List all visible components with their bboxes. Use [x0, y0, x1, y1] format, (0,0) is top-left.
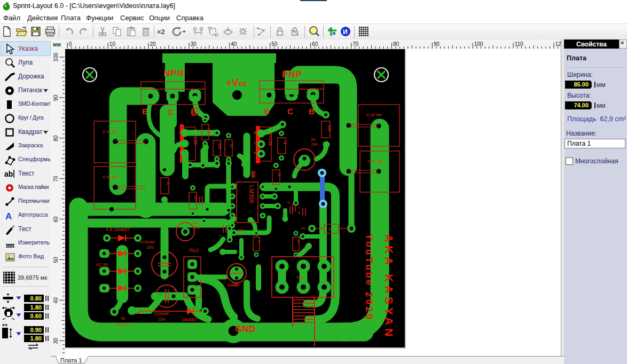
- svg-text:10n: 10n: [237, 228, 244, 232]
- svg-text:C: C: [253, 142, 257, 145]
- svg-text:1k: 1k: [257, 240, 261, 243]
- svg-text:C: C: [168, 107, 174, 116]
- svg-text:E: E: [178, 151, 183, 154]
- svg-text:1k: 1k: [230, 144, 233, 148]
- svg-text:110: 110: [515, 41, 523, 47]
- svg-text:+: +: [297, 205, 300, 210]
- svg-text:1k: 1k: [297, 240, 300, 243]
- svg-text:7812: 7812: [188, 248, 199, 253]
- svg-text:100: 100: [53, 52, 59, 61]
- svg-text:B: B: [253, 131, 257, 134]
- svg-text:70: 70: [53, 176, 59, 182]
- svg-text:1k: 1k: [283, 141, 287, 145]
- svg-text:AKA KASYAN: AKA KASYAN: [383, 234, 395, 339]
- svg-text:ab: ab: [4, 170, 13, 178]
- svg-text:70: 70: [352, 41, 359, 47]
- svg-text:100: 100: [474, 41, 483, 47]
- svg-text:+: +: [137, 309, 140, 315]
- svg-text:40: 40: [231, 41, 237, 47]
- svg-text:E: E: [253, 152, 257, 154]
- svg-text:C: C: [287, 107, 293, 116]
- svg-text:2k: 2k: [311, 137, 316, 142]
- svg-text:1k: 1k: [328, 227, 332, 231]
- svg-text:×2: ×2: [157, 28, 165, 36]
- svg-text:6k8: 6k8: [218, 144, 222, 149]
- svg-text:10R: 10R: [327, 125, 331, 132]
- svg-text:B: B: [191, 107, 197, 116]
- svg-text:35V: 35V: [146, 245, 154, 250]
- svg-text:1k: 1k: [166, 181, 170, 186]
- svg-text:+: +: [174, 287, 177, 293]
- svg-text:80: 80: [393, 41, 399, 47]
- svg-text:4 X 1N4007: 4 X 1N4007: [106, 227, 130, 232]
- svg-text:0 1R 5W: 0 1R 5W: [103, 175, 119, 179]
- svg-text:90: 90: [434, 41, 440, 47]
- svg-text:GND: GND: [235, 324, 255, 334]
- svg-text:30: 30: [190, 41, 197, 47]
- svg-text:90: 90: [53, 94, 59, 101]
- svg-text:E: E: [142, 107, 147, 116]
- svg-text:50: 50: [53, 257, 59, 263]
- svg-text:1N4007: 1N4007: [182, 317, 198, 322]
- svg-text:0: 0: [69, 41, 72, 47]
- svg-text:A: A: [5, 211, 12, 221]
- svg-text:2k: 2k: [193, 220, 198, 225]
- svg-text:DC42V: DC42V: [116, 322, 130, 327]
- svg-text:5: 5: [298, 211, 300, 215]
- svg-text:B: B: [309, 107, 315, 116]
- svg-text:5: 5: [287, 201, 289, 204]
- svg-text:10R: 10R: [207, 128, 210, 134]
- svg-text:1k: 1k: [277, 173, 281, 177]
- svg-text:+: +: [197, 207, 199, 211]
- svg-text:E: E: [264, 107, 270, 116]
- svg-text:10mkF: 10mkF: [227, 283, 240, 288]
- svg-text:AC IN: AC IN: [96, 262, 108, 267]
- svg-text:0 1R 5W: 0 1R 5W: [103, 129, 119, 134]
- svg-text:30: 30: [53, 338, 59, 344]
- svg-text:NPN: NPN: [163, 68, 184, 78]
- svg-text:+Vcc: +Vcc: [226, 77, 247, 88]
- svg-text:10: 10: [109, 41, 116, 47]
- svg-text:25V: 25V: [158, 317, 166, 322]
- svg-text:PNP: PNP: [282, 69, 302, 80]
- svg-text:470mkF: 470mkF: [140, 240, 155, 244]
- svg-text:50: 50: [271, 41, 278, 47]
- svg-text:LM358: LM358: [248, 185, 255, 203]
- svg-text:И: И: [343, 28, 348, 36]
- svg-text:0 1R 5W: 0 1R 5W: [366, 113, 382, 117]
- svg-text:YouTube 2020: YouTube 2020: [364, 234, 374, 321]
- svg-text:0 1R 5W: 0 1R 5W: [367, 159, 383, 164]
- svg-text:2W: 2W: [193, 225, 200, 230]
- svg-text:60: 60: [53, 216, 59, 223]
- svg-text:4,7k: 4,7k: [296, 275, 304, 279]
- svg-text:220mkF: 220mkF: [154, 311, 169, 316]
- svg-text:1n: 1n: [301, 226, 305, 230]
- svg-text:20: 20: [150, 41, 156, 47]
- svg-text:22k: 22k: [194, 195, 198, 201]
- svg-text:120: 120: [555, 41, 561, 47]
- svg-text:40: 40: [53, 297, 59, 304]
- svg-text:80: 80: [53, 135, 59, 141]
- svg-text:2W: 2W: [311, 142, 317, 147]
- svg-text:60: 60: [312, 41, 318, 47]
- svg-text:IN: IN: [121, 316, 125, 321]
- svg-text:+: +: [219, 233, 222, 238]
